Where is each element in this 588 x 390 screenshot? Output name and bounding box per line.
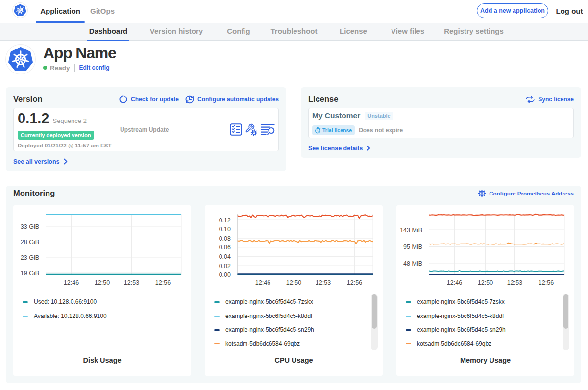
svg-text:12:50: 12:50 bbox=[95, 279, 110, 286]
svg-text:12:53: 12:53 bbox=[316, 279, 331, 286]
svg-text:12:50: 12:50 bbox=[286, 279, 301, 286]
svg-text:12:46: 12:46 bbox=[64, 279, 79, 286]
svg-text:0.12: 0.12 bbox=[219, 217, 231, 224]
svg-text:12:53: 12:53 bbox=[124, 279, 139, 286]
svg-text:28 GiB: 28 GiB bbox=[21, 239, 39, 245]
svg-text:95 MiB: 95 MiB bbox=[403, 244, 422, 250]
svg-text:12:50: 12:50 bbox=[478, 279, 493, 286]
svg-text:12:56: 12:56 bbox=[539, 279, 554, 286]
svg-text:33 GiB: 33 GiB bbox=[21, 223, 39, 230]
svg-text:19 GiB: 19 GiB bbox=[21, 270, 39, 277]
svg-text:0.08: 0.08 bbox=[219, 235, 231, 242]
svg-text:0.04: 0.04 bbox=[219, 253, 231, 260]
svg-text:0.06: 0.06 bbox=[219, 244, 231, 251]
svg-text:0.02: 0.02 bbox=[219, 263, 231, 269]
svg-text:143 MiB: 143 MiB bbox=[400, 227, 422, 234]
svg-text:12:53: 12:53 bbox=[507, 279, 522, 286]
svg-text:12:46: 12:46 bbox=[447, 279, 462, 286]
svg-text:12:56: 12:56 bbox=[347, 279, 362, 286]
svg-text:0.10: 0.10 bbox=[219, 226, 231, 233]
svg-text:0.00: 0.00 bbox=[219, 271, 231, 278]
svg-text:12:46: 12:46 bbox=[255, 279, 270, 286]
svg-text:23 GiB: 23 GiB bbox=[21, 254, 39, 261]
svg-text:48 MiB: 48 MiB bbox=[403, 260, 422, 267]
svg-text:12:56: 12:56 bbox=[155, 279, 171, 286]
